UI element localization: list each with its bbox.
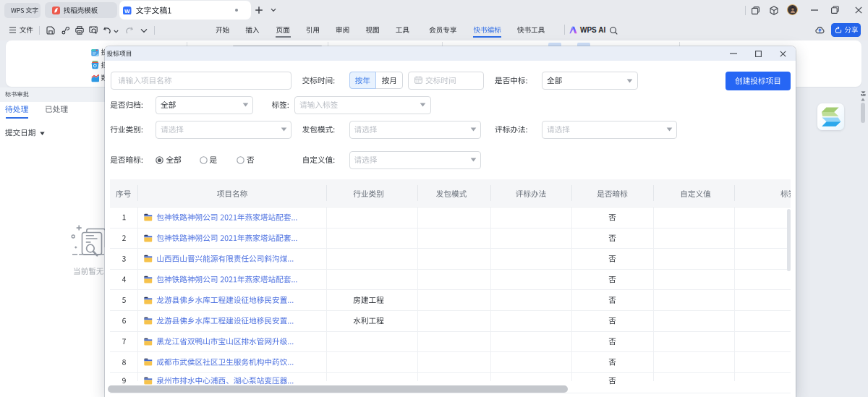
svg-text:W: W (124, 7, 130, 14)
